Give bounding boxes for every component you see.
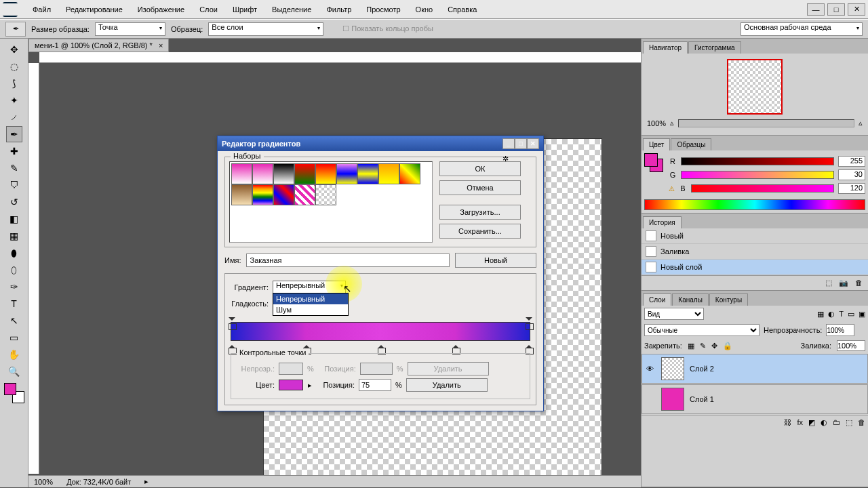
preset-swatch[interactable] xyxy=(378,163,399,184)
name-input[interactable] xyxy=(246,253,450,267)
tab-layers[interactable]: Слои xyxy=(643,293,671,306)
color-stop[interactable] xyxy=(229,342,235,350)
delete-color-button[interactable]: Удалить xyxy=(406,378,488,392)
color-menu-arrow[interactable]: ▸ xyxy=(307,381,313,390)
layer-opacity-input[interactable] xyxy=(826,324,854,336)
workspace-select[interactable]: Основная рабочая среда xyxy=(741,22,863,36)
color-stop[interactable] xyxy=(452,342,459,350)
dodge-tool[interactable]: ⬯ xyxy=(6,262,22,278)
opacity-stop[interactable] xyxy=(526,313,532,321)
navigator-zoom-value[interactable]: 100% xyxy=(647,119,666,127)
history-snapshot-icon[interactable]: ⬚ xyxy=(825,279,832,287)
color-spectrum[interactable] xyxy=(644,199,865,210)
menu-window[interactable]: Окно xyxy=(413,4,436,15)
lock-paint-icon[interactable]: ✎ xyxy=(700,342,706,350)
layer-mask-icon[interactable]: ◩ xyxy=(808,418,815,427)
menu-view[interactable]: Просмотр xyxy=(363,4,403,15)
visibility-icon[interactable]: 👁 xyxy=(646,365,656,373)
layer-name[interactable]: Слой 2 xyxy=(690,365,714,373)
blur-tool[interactable]: ⬮ xyxy=(6,245,22,261)
history-item[interactable]: Заливка xyxy=(642,244,868,260)
hand-tool[interactable]: ✋ xyxy=(6,346,22,363)
menu-select[interactable]: Выделение xyxy=(269,4,314,15)
lock-position-icon[interactable]: ✥ xyxy=(711,342,717,350)
color-stop[interactable] xyxy=(378,342,384,350)
menu-layer[interactable]: Слои xyxy=(197,4,220,15)
type-tool[interactable]: T xyxy=(6,296,22,312)
dialog-title-bar[interactable]: Редактор градиентов _ □ ✕ xyxy=(218,136,543,151)
preset-swatch[interactable] xyxy=(273,163,294,184)
crop-tool[interactable]: ⟋ xyxy=(6,109,22,125)
position-input-2[interactable] xyxy=(359,379,391,391)
ok-button[interactable]: ОК xyxy=(439,161,521,176)
shape-tool[interactable]: ▭ xyxy=(6,329,22,346)
preset-swatch[interactable] xyxy=(252,184,273,205)
r-slider[interactable] xyxy=(681,157,834,165)
brush-tool[interactable]: ✎ xyxy=(6,160,22,176)
preset-swatch[interactable] xyxy=(357,163,378,184)
filter-smart-icon[interactable]: ▣ xyxy=(859,310,865,319)
fill-input[interactable] xyxy=(837,340,865,351)
g-slider[interactable] xyxy=(681,171,834,179)
tab-history[interactable]: История xyxy=(643,216,682,228)
dialog-minimize[interactable]: _ xyxy=(502,138,515,149)
preset-swatch[interactable] xyxy=(273,184,294,205)
preset-swatch[interactable] xyxy=(315,184,336,205)
close-button[interactable]: ✕ xyxy=(848,3,865,16)
lock-transparent-icon[interactable]: ▦ xyxy=(688,342,694,350)
presets-area[interactable] xyxy=(229,161,433,243)
status-doc-info[interactable]: Док: 732,4K/0 байт xyxy=(66,478,131,486)
history-item[interactable]: Новый слой xyxy=(642,260,868,275)
layer-row[interactable]: Слой 1 xyxy=(642,384,868,414)
layer-thumbnail[interactable] xyxy=(661,388,684,411)
heal-tool[interactable]: ✚ xyxy=(6,143,22,159)
eyedropper-tool[interactable]: ✒ xyxy=(6,126,22,142)
eraser-tool[interactable]: ◧ xyxy=(6,211,22,227)
warn-icon[interactable]: ⚠ xyxy=(669,185,675,192)
tab-channels[interactable]: Каналы xyxy=(672,293,709,306)
preset-swatch[interactable] xyxy=(231,184,252,205)
menu-filter[interactable]: Фильтр xyxy=(323,4,354,15)
status-zoom[interactable]: 100% xyxy=(34,478,53,486)
menu-file[interactable]: Файл xyxy=(30,4,54,15)
preset-swatch[interactable] xyxy=(294,163,315,184)
menu-image[interactable]: Изображение xyxy=(135,4,187,15)
history-camera-icon[interactable]: 📷 xyxy=(839,279,848,287)
new-button[interactable]: Новый xyxy=(455,253,536,268)
menu-help[interactable]: Справка xyxy=(445,4,479,15)
filter-adjust-icon[interactable]: ◐ xyxy=(828,310,835,319)
history-trash-icon[interactable]: 🗑 xyxy=(855,279,863,287)
save-button[interactable]: Сохранить... xyxy=(439,224,521,239)
gradient-tool[interactable]: ▦ xyxy=(6,228,22,244)
sample-size-select[interactable]: Точка xyxy=(95,22,165,36)
tab-paths[interactable]: Контуры xyxy=(709,293,748,306)
navigator-zoom-slider[interactable] xyxy=(678,119,854,127)
history-item[interactable]: Новый xyxy=(642,228,868,244)
color-panel-swatches[interactable] xyxy=(644,153,663,172)
maximize-button[interactable]: □ xyxy=(827,3,845,16)
tab-histogram[interactable]: Гистограмма xyxy=(688,41,741,54)
zoom-tool[interactable]: 🔍 xyxy=(6,363,22,380)
layer-filter-select[interactable]: Вид xyxy=(644,308,704,320)
layer-group-icon[interactable]: 🗀 xyxy=(833,418,840,427)
marquee-tool[interactable]: ◌ xyxy=(6,58,22,75)
navigator-thumbnail[interactable] xyxy=(727,59,783,115)
preset-swatch[interactable] xyxy=(336,163,357,184)
r-value[interactable]: 255 xyxy=(838,156,865,167)
new-layer-icon[interactable]: ⬚ xyxy=(846,418,852,427)
link-layers-icon[interactable]: ⛓ xyxy=(784,418,791,427)
preset-swatch[interactable] xyxy=(399,163,420,184)
b-slider[interactable] xyxy=(691,184,834,192)
delete-layer-icon[interactable]: 🗑 xyxy=(858,418,865,427)
fg-color-swatch[interactable] xyxy=(4,383,16,395)
layer-fx-icon[interactable]: fx xyxy=(797,418,803,427)
dialog-close[interactable]: ✕ xyxy=(527,138,539,149)
filter-type-icon[interactable]: T xyxy=(839,310,844,318)
blend-mode-select[interactable]: Обычные xyxy=(644,324,760,336)
dropdown-item-solid[interactable]: Непрерывный xyxy=(273,293,348,304)
color-stop[interactable] xyxy=(526,342,532,350)
history-brush-tool[interactable]: ↺ xyxy=(6,194,22,210)
layer-row[interactable]: 👁 Слой 2 xyxy=(642,354,868,384)
tab-swatches[interactable]: Образцы xyxy=(671,138,711,150)
pen-tool[interactable]: ✑ xyxy=(6,279,22,295)
